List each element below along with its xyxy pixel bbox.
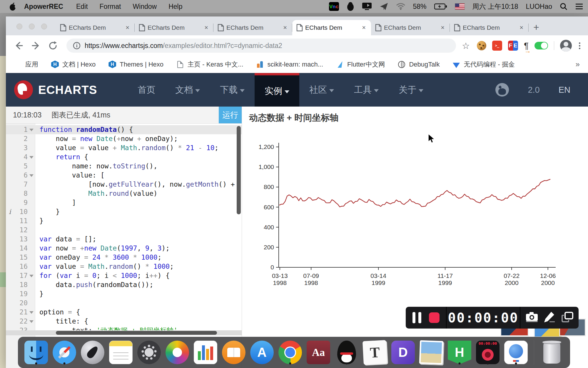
- nav-item-工具[interactable]: 工具: [344, 73, 389, 107]
- dock-item-chrome[interactable]: [278, 341, 303, 364]
- forward-button[interactable]: [29, 39, 42, 52]
- echarts-brand[interactable]: ECHARTS: [6, 73, 110, 107]
- bookmark-item[interactable]: H文档 | Hexo: [51, 60, 96, 69]
- browser-tab[interactable]: ECharts Dem×: [292, 20, 371, 35]
- code-line[interactable]: 7 [now.getFullYear(), now.getMonth() +: [6, 180, 242, 189]
- fold-caret-icon[interactable]: [29, 311, 34, 314]
- bookmark-item[interactable]: Flutter中文网: [336, 60, 385, 69]
- dock-item-appstore[interactable]: A: [250, 341, 274, 364]
- dock-item-settings[interactable]: [137, 341, 161, 364]
- tab-close-icon[interactable]: ×: [440, 24, 446, 32]
- code-line[interactable]: 9 ]: [6, 198, 242, 207]
- code-line[interactable]: 10i }: [6, 207, 242, 216]
- reload-button[interactable]: [46, 39, 59, 52]
- dock-item-qq[interactable]: [334, 341, 359, 364]
- code-line[interactable]: 22 title: {: [6, 317, 242, 326]
- spotlight-search-icon[interactable]: [560, 3, 567, 10]
- editor-vertical-scrollbar[interactable]: [237, 126, 241, 214]
- bookmark-item[interactable]: 主页 - Keras 中文...: [176, 60, 243, 69]
- dock-item-netdisk[interactable]: [504, 341, 528, 364]
- code-line[interactable]: 5 name: now.toString(),: [6, 162, 242, 171]
- annotate-pen-icon[interactable]: [543, 311, 556, 324]
- code-line[interactable]: 14var now = +new Date(1997, 9, 3);: [6, 244, 242, 253]
- code-line[interactable]: 18 data.push(randomData());: [6, 280, 242, 289]
- close-window-button[interactable]: [16, 24, 22, 29]
- editor-horizontal-scrollbar[interactable]: [6, 330, 242, 335]
- nav-item-关于[interactable]: 关于: [389, 73, 433, 107]
- pause-recording-button[interactable]: [412, 312, 421, 323]
- window-controls[interactable]: [16, 24, 47, 29]
- menu-edit[interactable]: Edit: [76, 3, 88, 11]
- telegram-status-icon[interactable]: [380, 2, 388, 11]
- code-line[interactable]: 8 Math.round(value): [6, 189, 242, 198]
- menubar-username[interactable]: LUOHao: [526, 3, 552, 11]
- code-line[interactable]: 15var oneDay = 24 * 3600 * 1000;: [6, 253, 242, 262]
- code-line[interactable]: 20: [6, 299, 242, 308]
- menu-app-name[interactable]: ApowerREC: [24, 3, 63, 11]
- code-line[interactable]: 13var data = [];: [6, 235, 242, 244]
- version-switcher[interactable]: 2.0: [528, 85, 539, 95]
- profile-avatar[interactable]: [560, 40, 572, 52]
- dock-item-hbuilder[interactable]: H: [447, 341, 472, 364]
- screens-icon[interactable]: [561, 311, 574, 324]
- dock-item-trash[interactable]: [539, 341, 564, 364]
- qq-status-icon[interactable]: [347, 2, 354, 11]
- language-switcher[interactable]: EN: [559, 85, 570, 95]
- browser-menu-icon[interactable]: [578, 41, 582, 50]
- minimize-window-button[interactable]: [29, 24, 35, 29]
- input-language-flag-icon[interactable]: [455, 3, 465, 10]
- dock-item-books[interactable]: [221, 341, 246, 364]
- bookmark-item[interactable]: 应用: [14, 60, 38, 69]
- formatter-extension-icon[interactable]: ¶: [524, 41, 529, 50]
- dock-item-finder[interactable]: [24, 341, 49, 364]
- fold-caret-icon[interactable]: [29, 275, 34, 277]
- menubar-clock[interactable]: 周六 上午10:18: [472, 2, 518, 11]
- cookie-extension-icon[interactable]: [477, 41, 486, 50]
- dock-item-safari[interactable]: [52, 341, 77, 364]
- site-info-icon[interactable]: [73, 42, 81, 49]
- code-line[interactable]: 17for (var i = 0; i < 1000; i++) {: [6, 271, 242, 280]
- fold-caret-icon[interactable]: [29, 320, 34, 323]
- bookmark-item[interactable]: scikit-learn: mach...: [256, 61, 323, 68]
- dock-item-dictionary[interactable]: Aa: [306, 341, 331, 364]
- tab-close-icon[interactable]: ×: [203, 24, 209, 32]
- dock-item-textapp[interactable]: T: [363, 341, 387, 364]
- nav-item-文档[interactable]: 文档: [165, 73, 210, 107]
- notification-center-icon[interactable]: [575, 3, 583, 10]
- vnc-status-icon[interactable]: Vnc: [329, 2, 339, 11]
- code-line[interactable]: 2 now = new Date(+now + oneDay);: [6, 134, 242, 143]
- apple-logo-icon[interactable]: [9, 2, 16, 11]
- extension-toggle[interactable]: [534, 42, 548, 49]
- dock-item-photos[interactable]: [165, 341, 190, 364]
- dock-item-photostack[interactable]: [419, 341, 444, 364]
- code-line[interactable]: 1function randomData() {: [6, 125, 242, 134]
- nav-item-社区[interactable]: 社区: [299, 73, 344, 107]
- menu-format[interactable]: Format: [100, 3, 121, 11]
- display-status-icon[interactable]: [362, 2, 372, 11]
- stop-recording-button[interactable]: [429, 312, 440, 323]
- dock-item-notes[interactable]: [108, 341, 133, 364]
- wifi-status-icon[interactable]: [396, 3, 405, 10]
- bookmark-item[interactable]: DebugTalk: [398, 61, 440, 68]
- code-line[interactable]: 4 return {: [6, 152, 242, 162]
- new-tab-button[interactable]: +: [533, 21, 539, 33]
- bookmark-item[interactable]: HThemes | Hexo: [108, 61, 163, 68]
- browser-tab[interactable]: ECharts Dem×: [213, 20, 292, 35]
- github-icon[interactable]: [495, 83, 509, 97]
- browser-tab[interactable]: ECharts Dem×: [450, 20, 529, 35]
- line-chart[interactable]: 02004006008001,0001,20003-13199807-09199…: [242, 107, 588, 295]
- dock-item-rocket[interactable]: [80, 341, 105, 364]
- code-editor[interactable]: 1function randomData() {2 now = new Date…: [6, 124, 242, 368]
- fold-caret-icon[interactable]: [29, 156, 34, 159]
- browser-tab[interactable]: ECharts Dem×: [371, 20, 450, 35]
- code-line[interactable]: 3 value = value + Math.random() * 21 - 1…: [6, 143, 242, 152]
- back-button[interactable]: [12, 39, 25, 52]
- bookmark-star-icon[interactable]: ☆: [462, 41, 470, 51]
- nav-item-实例[interactable]: 实例: [255, 73, 299, 107]
- fold-caret-icon[interactable]: [29, 174, 34, 177]
- dock-item-dapp[interactable]: D: [391, 341, 415, 364]
- tab-close-icon[interactable]: ×: [124, 24, 131, 32]
- tab-close-icon[interactable]: ×: [282, 24, 288, 32]
- code-line[interactable]: 19}: [6, 289, 242, 299]
- tab-close-icon[interactable]: ×: [518, 24, 524, 32]
